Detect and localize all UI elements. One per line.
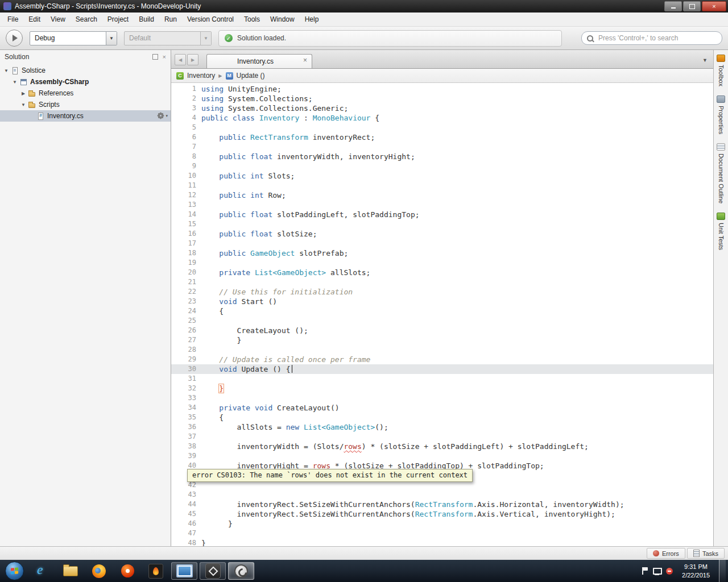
code-line-9[interactable]: 9	[171, 161, 713, 171]
code-line-6[interactable]: 6 public RectTransform inventoryRect;	[171, 132, 713, 142]
dock-pad-button[interactable]	[152, 54, 158, 60]
maximize-button[interactable]	[683, 1, 701, 11]
code-line-8[interactable]: 8 public float inventoryWidth, inventory…	[171, 152, 713, 161]
code-line-27[interactable]: 27 }	[171, 335, 713, 345]
minimize-button[interactable]	[664, 1, 682, 11]
code-line-11[interactable]: 11	[171, 181, 713, 190]
internet-explorer-taskbar-button[interactable]	[29, 562, 55, 580]
media-player-taskbar-button[interactable]	[114, 562, 140, 580]
search-input[interactable]	[597, 34, 717, 43]
search-box[interactable]	[581, 31, 722, 45]
code-line-25[interactable]: 25	[171, 316, 713, 326]
menu-help[interactable]: Help	[300, 13, 324, 26]
code-line-22[interactable]: 22 // Use this for initialization	[171, 287, 713, 297]
close-pad-button[interactable]: ×	[163, 53, 166, 60]
menu-edit[interactable]: Edit	[23, 13, 46, 26]
device-select[interactable]: Default ▼	[124, 31, 212, 45]
code-line-7[interactable]: 7	[171, 142, 713, 152]
menu-view[interactable]: View	[46, 13, 71, 26]
code-line-31[interactable]: 31	[171, 374, 713, 384]
breadcrumb-class[interactable]: Inventory	[187, 72, 215, 80]
tab-close-icon[interactable]: ×	[303, 57, 307, 64]
item-options-gear-icon[interactable]: ▾	[158, 113, 168, 119]
tree-item-assembly-csharp[interactable]: ▼Assembly-CSharp	[0, 76, 171, 88]
menu-file[interactable]: File	[2, 13, 23, 26]
tree-item-inventory-cs[interactable]: Inventory.cs▾	[0, 110, 171, 122]
action-center-icon[interactable]	[642, 567, 648, 575]
code-line-26[interactable]: 26 CreateLayout ();	[171, 326, 713, 335]
code-line-32[interactable]: 32 }	[171, 384, 713, 393]
menu-build[interactable]: Build	[134, 13, 159, 26]
code-line-28[interactable]: 28	[171, 345, 713, 355]
show-desktop-button[interactable]	[719, 560, 726, 582]
code-line-3[interactable]: 3using System.Collections.Generic;	[171, 103, 713, 113]
tree-item-solstice[interactable]: ▼Solstice	[0, 65, 171, 76]
network-icon[interactable]	[653, 568, 661, 575]
game-taskbar-button[interactable]	[143, 562, 169, 580]
dock-tab-unit-tests[interactable]: Unit Tests	[717, 213, 725, 250]
code-line-36[interactable]: 36 allSlots = new List<GameObject>();	[171, 422, 713, 432]
code-line-47[interactable]: 47	[171, 529, 713, 538]
code-line-12[interactable]: 12 public int Row;	[171, 190, 713, 200]
screenshot-viewer-taskbar-button[interactable]	[171, 562, 197, 580]
start-button[interactable]	[5, 562, 24, 580]
menu-window[interactable]: Window	[265, 13, 300, 26]
code-line-37[interactable]: 37	[171, 432, 713, 442]
code-line-10[interactable]: 10 public int Slots;	[171, 171, 713, 181]
code-line-14[interactable]: 14 public float slotPaddingLeft, slotPad…	[171, 210, 713, 219]
code-line-1[interactable]: 1using UnityEngine;	[171, 84, 713, 94]
tree-item-references[interactable]: ▶References	[0, 88, 171, 99]
tree-item-scripts[interactable]: ▼Scripts	[0, 99, 171, 110]
code-line-19[interactable]: 19	[171, 258, 713, 268]
code-line-33[interactable]: 33	[171, 393, 713, 403]
expander-open-icon[interactable]: ▼	[11, 80, 19, 85]
code-line-17[interactable]: 17	[171, 239, 713, 248]
code-line-39[interactable]: 39	[171, 451, 713, 461]
monodevelop-taskbar-button[interactable]	[228, 562, 254, 580]
close-button[interactable]: ×	[702, 1, 726, 11]
expander-open-icon[interactable]: ▼	[19, 102, 27, 107]
code-line-48[interactable]: 48}	[171, 538, 713, 546]
code-line-24[interactable]: 24 {	[171, 306, 713, 316]
code-line-21[interactable]: 21	[171, 277, 713, 287]
code-editor[interactable]: 1using UnityEngine;2using System.Collect…	[171, 83, 713, 546]
unity-taskbar-button[interactable]	[200, 562, 226, 580]
run-button[interactable]	[6, 30, 23, 47]
errors-button[interactable]: Errors	[647, 548, 685, 559]
menu-run[interactable]: Run	[159, 13, 182, 26]
nav-forward-button[interactable]: ▶	[187, 54, 198, 65]
tab-inventory-cs[interactable]: Inventory.cs ×	[206, 54, 312, 68]
code-line-5[interactable]: 5	[171, 123, 713, 132]
dock-tab-toolbox[interactable]: Toolbox	[717, 55, 725, 86]
tasks-button[interactable]: Tasks	[687, 548, 725, 559]
nav-back-button[interactable]: ◀	[175, 54, 186, 65]
code-line-20[interactable]: 20 private List<GameObject> allSlots;	[171, 268, 713, 277]
code-line-15[interactable]: 15	[171, 219, 713, 229]
code-line-16[interactable]: 16 public float slotSize;	[171, 229, 713, 239]
dock-tab-document-outline[interactable]: Document Outline	[717, 143, 725, 203]
dock-tab-properties[interactable]: Properties	[717, 95, 725, 134]
code-line-30[interactable]: 30 void Update () {	[171, 364, 713, 374]
code-line-4[interactable]: 4public class Inventory : MonoBehaviour …	[171, 113, 713, 123]
menu-project[interactable]: Project	[102, 13, 134, 26]
code-line-35[interactable]: 35 {	[171, 413, 713, 422]
code-line-44[interactable]: 44 inventoryRect.SetSizeWithCurrentAncho…	[171, 500, 713, 509]
menu-search[interactable]: Search	[71, 13, 102, 26]
code-line-45[interactable]: 45 inventoryRect.SetSizeWithCurrentAncho…	[171, 509, 713, 519]
code-line-38[interactable]: 38 inventoryWidth = (Slots/rows) * (slot…	[171, 442, 713, 451]
firefox-taskbar-button[interactable]	[86, 562, 112, 580]
code-line-29[interactable]: 29 // Update is called once per frame	[171, 355, 713, 364]
configuration-select[interactable]: Debug ▼	[30, 31, 117, 45]
code-line-43[interactable]: 43	[171, 490, 713, 500]
code-line-46[interactable]: 46 }	[171, 519, 713, 529]
code-line-18[interactable]: 18 public GameObject slotPrefab;	[171, 248, 713, 258]
expander-open-icon[interactable]: ▼	[2, 68, 10, 73]
code-line-2[interactable]: 2using System.Collections;	[171, 94, 713, 103]
menu-tools[interactable]: Tools	[239, 13, 265, 26]
breadcrumb-method[interactable]: Update ()	[237, 72, 265, 80]
file-explorer-taskbar-button[interactable]	[57, 562, 84, 580]
alert-icon[interactable]	[666, 568, 673, 575]
code-line-34[interactable]: 34 private void CreateLayout()	[171, 403, 713, 413]
document-list-dropdown-icon[interactable]: ▼	[702, 57, 708, 63]
code-line-13[interactable]: 13	[171, 200, 713, 210]
